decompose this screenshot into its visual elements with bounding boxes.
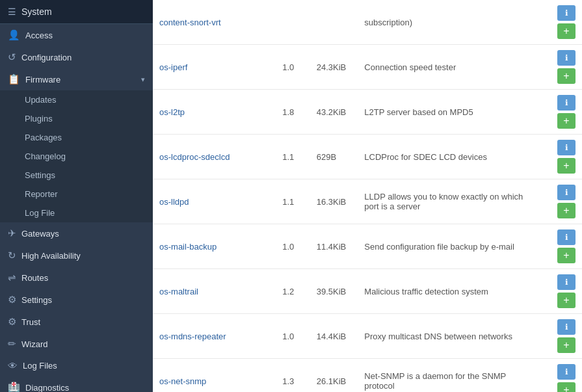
package-name: os-lldpd (153, 179, 276, 224)
add-button[interactable]: + (557, 68, 575, 84)
package-description: LCDProc for SDEC LCD devices (358, 135, 535, 179)
package-size: 26.1KiB (310, 359, 358, 393)
info-button[interactable]: ℹ (557, 50, 575, 66)
package-name: os-iperf (153, 45, 276, 90)
sidebar-subitem-changelog[interactable]: Changelog (0, 147, 153, 166)
sidebar-item-label: Firmware (25, 75, 60, 85)
sidebar-item-routes[interactable]: ⇌ Routes (0, 267, 153, 289)
package-size: 43.2KiB (310, 90, 358, 135)
sidebar-item-log-files[interactable]: 👁 Log Files (0, 355, 153, 376)
package-name: os-l2tp (153, 90, 276, 135)
wizard-icon: ✏ (8, 338, 16, 350)
package-description: L2TP server based on MPD5 (358, 90, 535, 135)
package-size (310, 0, 358, 45)
system-label: System (21, 7, 52, 17)
info-button[interactable]: ℹ (557, 364, 575, 380)
sidebar-item-label: Access (25, 31, 53, 40)
sidebar-item-trust[interactable]: ⚙ Trust (0, 311, 153, 333)
sidebar-subitem-packages[interactable]: Packages (0, 128, 153, 147)
sidebar-item-high-availability[interactable]: ↻ High Availability (0, 244, 153, 267)
sidebar-item-diagnostics[interactable]: 🏥 Diagnostics (0, 376, 153, 392)
package-size: 16.3KiB (310, 179, 358, 224)
package-size: 629B (310, 135, 358, 179)
sidebar-item-label: Wizard (21, 339, 47, 349)
info-button[interactable]: ℹ (557, 274, 575, 290)
trust-icon: ⚙ (8, 316, 16, 328)
package-description: Send configuration file backup by e-mail (358, 224, 535, 269)
sidebar-item-gateways[interactable]: ✈ Gateways (0, 222, 153, 244)
package-actions: ℹ+ (536, 0, 582, 45)
package-version: 1.0 (276, 45, 310, 90)
add-button[interactable]: + (557, 113, 575, 129)
info-button[interactable]: ℹ (557, 95, 575, 111)
sidebar-subitem-plugins[interactable]: Plugins (0, 109, 153, 128)
package-name: os-maltrail (153, 269, 276, 314)
firmware-icon: 📋 (8, 73, 20, 85)
sidebar-item-label: Settings (21, 295, 52, 305)
sidebar: ☰ System 👤 Access ↺ Configuration 📋 Firm… (0, 0, 153, 392)
package-version: 1.8 (276, 90, 310, 135)
package-name: os-lcdproc-sdeclcd (153, 135, 276, 179)
add-button[interactable]: + (557, 158, 575, 174)
sidebar-subitem-reporter[interactable]: Reporter (0, 185, 153, 203)
package-actions: ℹ+ (536, 359, 582, 393)
package-description: LLDP allows you to know exactly on which… (358, 179, 535, 224)
sidebar-subitem-log-file[interactable]: Log File (0, 203, 153, 222)
package-description: Connection speed tester (358, 45, 535, 90)
package-version: 1.1 (276, 179, 310, 224)
package-name: os-net-snmp (153, 359, 276, 393)
package-size: 14.4KiB (310, 314, 358, 359)
system-icon: ☰ (8, 7, 16, 17)
sidebar-subitem-updates[interactable]: Updates (0, 90, 153, 109)
package-description: Proxy multicast DNS between networks (358, 314, 535, 359)
info-button[interactable]: ℹ (557, 5, 575, 21)
sidebar-item-label: Configuration (21, 53, 72, 62)
configuration-icon: ↺ (8, 51, 16, 63)
sidebar-system-header[interactable]: ☰ System (0, 0, 153, 24)
table-row: os-lldpd1.116.3KiBLLDP allows you to kno… (153, 179, 582, 224)
add-button[interactable]: + (557, 248, 575, 263)
sidebar-subitem-settings[interactable]: Settings (0, 166, 153, 185)
package-version: 1.3 (276, 359, 310, 393)
info-button[interactable]: ℹ (557, 319, 575, 335)
package-description: subscription) (358, 0, 535, 45)
sidebar-item-access[interactable]: 👤 Access (0, 24, 153, 46)
add-button[interactable]: + (557, 23, 575, 39)
package-version: 1.0 (276, 314, 310, 359)
package-actions: ℹ+ (536, 135, 582, 179)
main-content: content-snort-vrtsubscription)ℹ+os-iperf… (153, 0, 582, 392)
package-actions: ℹ+ (536, 45, 582, 90)
sidebar-item-label: Trust (21, 317, 40, 327)
package-version (276, 0, 310, 45)
package-name: os-mail-backup (153, 224, 276, 269)
table-row: content-snort-vrtsubscription)ℹ+ (153, 0, 582, 45)
table-row: os-net-snmp1.326.1KiBNet-SNMP is a daemo… (153, 359, 582, 393)
table-row: os-mdns-repeater1.014.4KiBProxy multicas… (153, 314, 582, 359)
sidebar-item-settings[interactable]: ⚙ Settings (0, 289, 153, 311)
sidebar-item-label: Gateways (21, 229, 59, 239)
access-icon: 👤 (8, 29, 20, 41)
package-name: content-snort-vrt (153, 0, 276, 45)
add-button[interactable]: + (557, 382, 575, 392)
routes-icon: ⇌ (8, 272, 16, 283)
add-button[interactable]: + (557, 203, 575, 218)
table-row: os-mail-backup1.011.4KiBSend configurati… (153, 224, 582, 269)
info-button[interactable]: ℹ (557, 185, 575, 200)
table-row: os-maltrail1.239.5KiBMalicious traffic d… (153, 269, 582, 314)
sidebar-item-label: Log Files (23, 361, 57, 371)
package-size: 39.5KiB (310, 269, 358, 314)
add-button[interactable]: + (557, 337, 575, 353)
sidebar-item-configuration[interactable]: ↺ Configuration (0, 46, 153, 68)
package-actions: ℹ+ (536, 224, 582, 269)
sidebar-item-firmware[interactable]: 📋 Firmware ▾ (0, 68, 153, 90)
package-size: 24.3KiB (310, 45, 358, 90)
sidebar-item-label: Diagnostics (25, 383, 69, 393)
add-button[interactable]: + (557, 293, 575, 308)
package-description: Net-SNMP is a daemon for the SNMP protoc… (358, 359, 535, 393)
sidebar-item-label: High Availability (21, 251, 81, 261)
info-button[interactable]: ℹ (557, 229, 575, 245)
sidebar-item-wizard[interactable]: ✏ Wizard (0, 333, 153, 355)
package-actions: ℹ+ (536, 179, 582, 224)
settings-icon: ⚙ (8, 294, 16, 306)
info-button[interactable]: ℹ (557, 140, 575, 155)
